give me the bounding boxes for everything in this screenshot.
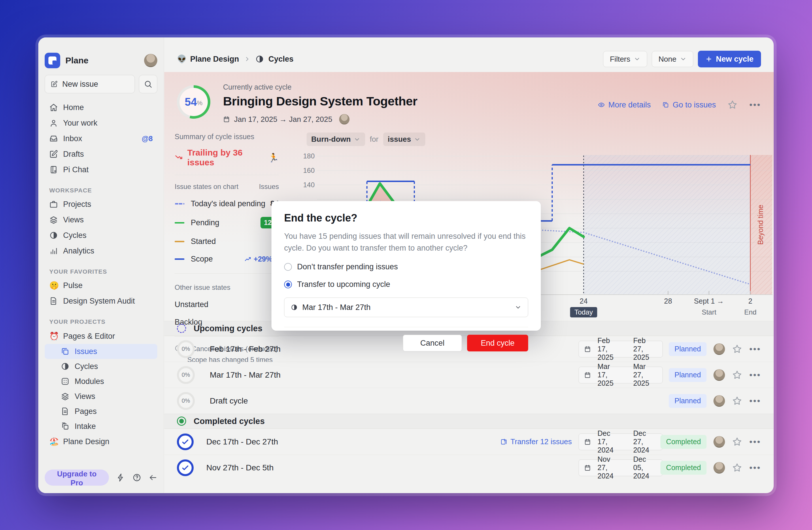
- target-cycle-select[interactable]: Mar 17th - Mar 27th: [284, 297, 528, 317]
- cycle-date-range[interactable]: Feb 17, 2025 Feb 27, 2025: [579, 341, 663, 357]
- star-icon: [732, 462, 742, 473]
- favorite-star-button[interactable]: [732, 344, 742, 354]
- plane-logo-icon: [45, 53, 60, 68]
- started-swatch: [175, 241, 185, 242]
- summary-row-unstarted: Unstarted: [175, 300, 279, 309]
- calendar-icon: [584, 371, 591, 379]
- workspace-switcher[interactable]: Plane: [66, 56, 139, 65]
- sidebar-item-pulse[interactable]: 🤫 Pulse: [45, 278, 157, 293]
- active-cycle-eyebrow: Currently active cycle: [223, 83, 417, 91]
- new-cycle-button[interactable]: New cycle: [698, 51, 761, 68]
- radio-icon[interactable]: [284, 263, 292, 271]
- breadcrumb-page[interactable]: Cycles: [269, 55, 294, 64]
- sidebar-item-project-issues[interactable]: Issues: [45, 344, 157, 359]
- sidebar-item-pi-chat[interactable]: Pi Chat: [45, 162, 157, 177]
- help-button[interactable]: [133, 473, 141, 482]
- summary-row-scope: Scope +29% 1: [175, 255, 279, 264]
- cycle-member-avatar[interactable]: [713, 395, 725, 407]
- sidebar-project-pages-editor[interactable]: ⏰ Pages & Editor: [45, 328, 157, 344]
- summary-col-left: Issue states on chart: [175, 182, 238, 191]
- sidebar-item-project-views[interactable]: Views: [45, 389, 157, 404]
- sidebar-project-plane-design[interactable]: 🏖️ Plane Design: [45, 434, 157, 450]
- option-dont-transfer[interactable]: Don’t transfer pending issues: [284, 262, 528, 271]
- cycle-date-range[interactable]: Mar 17, 2025 Mar 27, 2025: [579, 367, 663, 383]
- active-cycle-title[interactable]: Bringing Design System Together: [223, 94, 417, 108]
- new-issue-button[interactable]: New issue: [45, 75, 135, 93]
- sidebar-item-projects[interactable]: Projects: [45, 196, 157, 212]
- trailing-status: Trailing by 36 issues: [187, 148, 268, 167]
- svg-text:160: 160: [303, 166, 315, 174]
- sidebar-item-project-pages[interactable]: Pages: [45, 404, 157, 419]
- active-cycle-dates: Jan 17, 2025 → Jan 27, 2025: [234, 115, 332, 124]
- cycle-date-range[interactable]: Nov 27, 2024 Dec 05, 2024: [579, 459, 663, 476]
- cycle-row-nov[interactable]: Nov 27th - Dec 5th Nov 27, 2024 Dec 05, …: [164, 455, 774, 481]
- chart-conjunction: for: [370, 135, 378, 144]
- user-avatar[interactable]: [144, 54, 157, 67]
- cycle-progress-ring: 54%: [177, 85, 211, 119]
- favorite-star-button[interactable]: [732, 396, 742, 406]
- svg-text:180: 180: [303, 153, 315, 160]
- sidebar-item-project-intake[interactable]: Intake: [45, 419, 157, 434]
- cycle-member-avatar[interactable]: [713, 462, 725, 473]
- sidebar-item-analytics[interactable]: Analytics: [45, 243, 157, 259]
- more-details-button[interactable]: More details: [598, 101, 651, 109]
- favorite-star-button[interactable]: [727, 100, 738, 110]
- briefcase-icon: [49, 200, 58, 208]
- cycle-lead-avatar[interactable]: [339, 114, 349, 124]
- sidebar-item-design-system-audit[interactable]: Design System Audit: [45, 293, 157, 309]
- modules-icon: [61, 377, 70, 386]
- go-to-issues-button[interactable]: Go to issues: [662, 101, 716, 109]
- project-emoji-icon: ⏰: [49, 332, 58, 341]
- transfer-issues-button[interactable]: Transfer 12 issues: [500, 437, 572, 446]
- favorite-star-button[interactable]: [732, 437, 742, 447]
- cycle-member-avatar[interactable]: [713, 343, 725, 355]
- svg-text:Sept 1 →: Sept 1 →: [694, 297, 724, 305]
- completed-cycles-header[interactable]: Completed cycles: [164, 414, 774, 429]
- scope-delta: +29%: [253, 255, 272, 263]
- cycle-member-avatar[interactable]: [713, 369, 725, 381]
- chart-entity-select[interactable]: issues: [383, 132, 425, 146]
- sidebar-item-project-modules[interactable]: Modules: [45, 374, 157, 389]
- sidebar-item-project-cycles[interactable]: Cycles: [45, 359, 157, 374]
- breadcrumb-project[interactable]: Plane Design: [190, 55, 239, 64]
- cycle-row-draft[interactable]: 0% Draft cycle Planned •••: [164, 388, 774, 414]
- workspace-section-label: WORKSPACE: [49, 186, 157, 195]
- collapse-sidebar-button[interactable]: [149, 473, 157, 482]
- display-button[interactable]: None: [652, 51, 693, 67]
- cancel-button[interactable]: Cancel: [403, 335, 462, 351]
- calendar-icon: [584, 438, 591, 445]
- summary-row-started: Started: [175, 237, 279, 246]
- upcoming-cycles-icon: [177, 324, 186, 333]
- runner-emoji: 🏃: [268, 153, 279, 163]
- page-header: 👽 Plane Design Cycles Filters None New c…: [164, 38, 774, 80]
- favorite-star-button[interactable]: [732, 462, 742, 473]
- status-badge: Planned: [669, 342, 707, 356]
- sidebar-item-cycles[interactable]: Cycles: [45, 227, 157, 243]
- ideal-swatch: [175, 203, 185, 205]
- inbox-icon: [49, 134, 58, 143]
- upgrade-to-pro-button[interactable]: Upgrade to Pro: [45, 470, 109, 486]
- sidebar-item-drafts[interactable]: Drafts: [45, 146, 157, 162]
- end-cycle-button[interactable]: End cycle: [467, 335, 528, 351]
- cycle-row-mar[interactable]: 0% Mar 17th - Mar 27th Mar 17, 2025 Mar …: [164, 362, 774, 388]
- cycle-row-dec[interactable]: Dec 17th - Dec 27th Transfer 12 issues D…: [164, 429, 774, 455]
- favorite-star-button[interactable]: [732, 370, 742, 380]
- sidebar-item-home[interactable]: Home: [45, 100, 157, 115]
- shortcuts-button[interactable]: [116, 473, 125, 482]
- search-button[interactable]: [139, 75, 157, 93]
- option-transfer-upcoming[interactable]: Transfer to upcoming cycle: [284, 280, 528, 289]
- cycle-progress-badge: 0%: [177, 366, 195, 384]
- svg-text:Beyond time: Beyond time: [756, 205, 765, 245]
- issues-icon: [662, 101, 669, 108]
- star-icon: [732, 396, 742, 406]
- sidebar-item-your-work[interactable]: Your work: [45, 115, 157, 131]
- sidebar-item-inbox[interactable]: Inbox @8: [45, 131, 157, 146]
- chart-metric-select[interactable]: Burn-down: [307, 132, 365, 146]
- sidebar-item-views[interactable]: Views: [45, 212, 157, 227]
- status-badge: Planned: [669, 394, 707, 408]
- filters-button[interactable]: Filters: [603, 51, 647, 67]
- cycle-member-avatar[interactable]: [713, 436, 725, 447]
- cycle-date-range[interactable]: Dec 17, 2024 Dec 27, 2024: [579, 433, 663, 450]
- calendar-icon: [584, 464, 591, 471]
- radio-icon[interactable]: [284, 281, 292, 288]
